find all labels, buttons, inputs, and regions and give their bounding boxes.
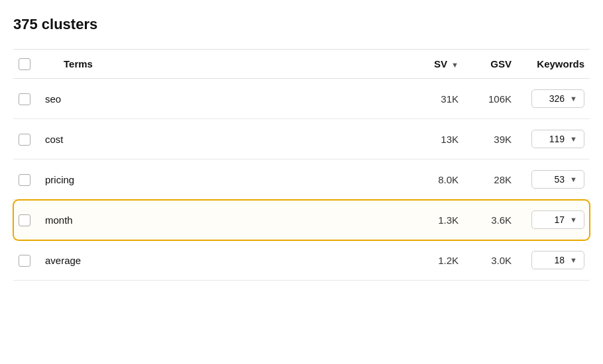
col-header-terms: Terms: [40, 50, 411, 79]
sv-cell: 8.0K: [411, 159, 464, 200]
row-checkbox[interactable]: [19, 255, 30, 267]
term-cell: seo: [40, 79, 411, 119]
keywords-cell[interactable]: 17 ▼: [517, 200, 590, 240]
keywords-cell[interactable]: 119 ▼: [517, 119, 590, 159]
keywords-dropdown-button[interactable]: 326 ▼: [531, 89, 584, 108]
sv-cell: 1.3K: [411, 200, 464, 240]
dropdown-arrow-icon: ▼: [570, 95, 577, 103]
keywords-count: 119: [549, 134, 565, 144]
col-header-sv[interactable]: SV ▼: [411, 50, 464, 79]
table-row: month 1.3K 3.6K 17 ▼: [13, 200, 590, 240]
keywords-cell[interactable]: 18 ▼: [517, 240, 590, 281]
gsv-cell: 106K: [464, 79, 517, 119]
keywords-count: 53: [555, 174, 565, 185]
dropdown-arrow-icon: ▼: [570, 216, 577, 224]
row-checkbox[interactable]: [19, 174, 30, 186]
col-header-checkbox[interactable]: [13, 50, 40, 79]
table-row: cost 13K 39K 119 ▼: [13, 119, 590, 159]
keywords-cell[interactable]: 53 ▼: [517, 159, 590, 200]
col-header-keywords[interactable]: Keywords: [517, 50, 590, 79]
sv-cell: 1.2K: [411, 240, 464, 281]
page-title: 375 clusters: [13, 16, 590, 33]
select-all-checkbox[interactable]: [19, 58, 30, 70]
row-checkbox-cell[interactable]: [13, 159, 40, 200]
term-cell: average: [40, 240, 411, 281]
row-checkbox[interactable]: [19, 214, 30, 226]
table-row: seo 31K 106K 326 ▼: [13, 79, 590, 119]
keywords-count: 17: [555, 214, 565, 225]
row-checkbox-cell[interactable]: [13, 200, 40, 240]
term-cell: pricing: [40, 159, 411, 200]
gsv-cell: 28K: [464, 159, 517, 200]
keywords-dropdown-button[interactable]: 17 ▼: [531, 210, 584, 229]
row-checkbox[interactable]: [19, 134, 30, 146]
row-checkbox-cell[interactable]: [13, 240, 40, 281]
keywords-dropdown-button[interactable]: 53 ▼: [531, 170, 584, 189]
keywords-dropdown-button[interactable]: 119 ▼: [531, 130, 584, 148]
row-checkbox-cell[interactable]: [13, 79, 40, 119]
keywords-cell[interactable]: 326 ▼: [517, 79, 590, 119]
term-cell: cost: [40, 119, 411, 159]
dropdown-arrow-icon: ▼: [570, 256, 577, 264]
gsv-cell: 39K: [464, 119, 517, 159]
dropdown-arrow-icon: ▼: [570, 135, 577, 143]
keywords-dropdown-button[interactable]: 18 ▼: [531, 251, 584, 269]
gsv-cell: 3.0K: [464, 240, 517, 281]
dropdown-arrow-icon: ▼: [570, 175, 577, 183]
keywords-count: 18: [555, 255, 565, 265]
sort-arrow-icon: ▼: [451, 61, 459, 69]
col-header-gsv[interactable]: GSV: [464, 50, 517, 79]
sv-cell: 31K: [411, 79, 464, 119]
table-row: pricing 8.0K 28K 53 ▼: [13, 159, 590, 200]
table-row: average 1.2K 3.0K 18 ▼: [13, 240, 590, 281]
clusters-table: Terms SV ▼ GSV Keywords seo 31K 10: [13, 49, 590, 281]
term-cell: month: [40, 200, 411, 240]
sv-cell: 13K: [411, 119, 464, 159]
keywords-count: 326: [549, 93, 565, 104]
row-checkbox-cell[interactable]: [13, 119, 40, 159]
gsv-cell: 3.6K: [464, 200, 517, 240]
row-checkbox[interactable]: [19, 93, 30, 105]
